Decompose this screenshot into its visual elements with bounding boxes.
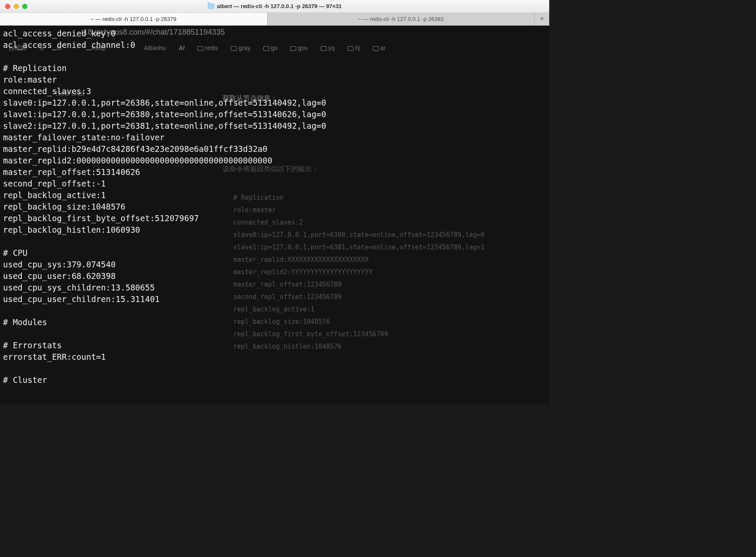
close-button[interactable] — [5, 4, 10, 9]
tab-active-label: ~ — redis-cli -h 127.0.0.1 -p 26379 — [90, 16, 176, 22]
tab-inactive-label: ~ — redis-cli -h 127.0.0.1 -p 26383 — [358, 16, 444, 22]
traffic-lights — [0, 4, 27, 9]
plus-icon: + — [540, 15, 545, 24]
window-titlebar[interactable]: albert — redis-cli -h 127.0.0.1 -p 26379… — [0, 0, 549, 13]
folder-icon — [208, 3, 214, 9]
minimize-button[interactable] — [14, 4, 19, 9]
window-title-area: albert — redis-cli -h 127.0.0.1 -p 26379… — [0, 3, 549, 9]
tab-active[interactable]: ~ — redis-cli -h 127.0.0.1 -p 26379 — [0, 13, 268, 25]
tab-bar: ~ — redis-cli -h 127.0.0.1 -p 26379 ~ — … — [0, 13, 549, 26]
tab-inactive[interactable]: ~ — redis-cli -h 127.0.0.1 -p 26383 — [268, 13, 535, 25]
terminal-viewport[interactable]: t18.aichatos8.com/#/chat/1718851194335 y… — [0, 26, 549, 405]
terminal-output: acl_access_denied_key:0 acl_access_denie… — [0, 26, 549, 388]
window-title: albert — redis-cli -h 127.0.0.1 -p 26379… — [217, 3, 342, 9]
new-tab-button[interactable]: + — [535, 13, 549, 25]
maximize-button[interactable] — [22, 4, 27, 9]
